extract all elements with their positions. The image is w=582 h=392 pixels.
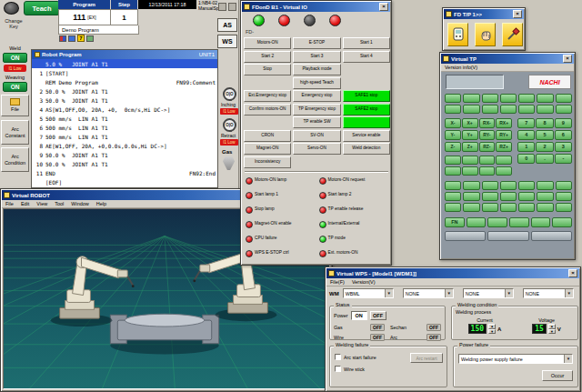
program-line[interactable]: 9 50.0 % JOINT A1 T1 [32,150,217,159]
weld-on-badge[interactable]: ON [3,53,27,63]
chevron-down-icon[interactable]: ▼ [385,289,393,297]
io-button[interactable]: Start 3 [293,51,340,63]
tp-key[interactable] [467,217,487,227]
program-line[interactable]: 5 500 mm/s LIN A1 T1 [32,114,217,123]
io-button[interactable]: SV-ON [293,130,340,142]
io-button[interactable]: high-speed Teach [293,77,340,89]
tp-key[interactable] [463,203,479,212]
tp-wide-key[interactable] [445,231,486,241]
as-indicator[interactable]: AS [217,18,237,32]
tp-key[interactable] [496,166,512,176]
gas-nozzle-icon[interactable] [223,156,235,170]
axis-jog-key[interactable]: RY+ [496,130,512,140]
menu-item[interactable]: Tool [55,201,64,206]
power-on-toggle[interactable]: ON [351,311,367,320]
io-button[interactable]: Playback mode [293,64,340,75]
tp-key[interactable] [518,192,535,201]
tp-wide-key[interactable] [487,231,528,241]
menu-item[interactable]: View [36,201,47,206]
io-button[interactable]: TP enable SW [293,116,340,128]
teach-mode-button[interactable]: Teach [24,1,60,15]
menu-version-info[interactable]: Version info(V) [445,65,477,70]
close-icon[interactable]: × [568,269,577,277]
down-arrow-icon[interactable]: ▼ [548,329,556,335]
close-icon[interactable]: × [379,3,388,11]
arc-constant-button[interactable]: Arc Constant [1,120,29,145]
program-line[interactable]: REM Demo Program FN99:Comment [32,77,217,86]
numeric-key[interactable]: 1 [517,142,535,152]
tp-key[interactable] [556,181,572,190]
numeric-key[interactable]: 4 [517,130,535,140]
axis-jog-key[interactable]: RZ- [479,142,496,152]
menu-item[interactable]: Help [96,201,106,206]
checkbox[interactable] [335,366,341,372]
numeric-key[interactable]: 6 [555,130,572,140]
io-titlebar[interactable]: FDonD B1 - Virtual IO × [242,2,390,12]
tp-key[interactable] [482,94,498,103]
program-line[interactable]: 7 500 mm/s LIN A1 T1 [32,132,217,141]
vtp-titlebar[interactable]: Virtual TP × [441,54,574,64]
tp-key[interactable] [556,203,572,212]
tp-key[interactable] [482,203,498,212]
io-button[interactable]: Inconsistency [244,156,291,168]
inching-icon[interactable]: O|O [223,87,236,101]
close-icon[interactable]: × [513,10,522,18]
tp-key[interactable] [531,217,551,227]
numeric-key[interactable]: 0 [517,154,535,164]
numeric-key[interactable]: 7 [517,118,535,128]
tp-key[interactable] [509,217,529,227]
arc-condition-button[interactable]: Arc Condition [1,147,29,172]
tp-key[interactable] [445,192,461,201]
io-button[interactable]: Ext.Emergency stop [244,90,291,102]
program-line[interactable]: 5.0 % JOINT A1 T1 [32,59,217,68]
tp-key[interactable] [445,94,461,103]
program-line[interactable]: 1 [START] [32,68,217,77]
tp-key[interactable] [500,203,517,212]
tp-key[interactable] [487,217,507,227]
axis-jog-key[interactable]: Z- [445,142,461,152]
retract-icon[interactable]: O|O [223,118,236,132]
tp-key[interactable] [518,203,535,212]
checkbox[interactable] [335,354,341,360]
numeric-key[interactable]: 8 [536,118,553,128]
tp-key[interactable] [482,192,498,201]
close-icon[interactable]: × [563,55,572,63]
menu-item[interactable]: Window [71,201,89,206]
tp-key[interactable] [463,192,479,201]
menu-item[interactable]: File [5,201,14,206]
io-button[interactable] [343,116,390,128]
tp-key[interactable] [537,94,553,103]
wps-titlebar[interactable]: Virtual WPS - [Model1 [WDM1]] × [326,268,579,278]
robot-program-titlebar[interactable]: Robot Program UNIT1 [32,50,217,59]
tp-key[interactable] [500,105,517,114]
program-line[interactable]: 10 50.0 % JOINT A1 T1 [32,159,217,168]
tp-key[interactable] [518,94,535,103]
tp-key[interactable] [445,181,461,190]
axis-jog-key[interactable]: Y- [445,130,461,140]
tp-key[interactable] [556,94,572,103]
io-button[interactable]: Servo-ON [293,143,340,155]
axis-jog-key[interactable]: X+ [462,118,478,128]
voltage-stepper[interactable]: ▲▼ [548,324,556,334]
file-button[interactable]: File [1,95,29,116]
tp-key[interactable] [518,181,535,190]
hand-icon-button[interactable] [475,23,496,46]
io-button[interactable]: Magnet-ON [244,143,291,155]
tp-key[interactable] [552,217,572,227]
tp-key[interactable] [518,105,535,114]
occur-button[interactable]: Occur [542,370,573,381]
pendant-icon-button[interactable] [447,23,468,46]
failure-check-row[interactable]: Arc start failure [335,354,376,360]
tp-key[interactable] [496,156,512,165]
numeric-key[interactable]: . [536,154,553,164]
tp-key[interactable] [479,156,496,165]
io-button[interactable]: Stop [244,64,291,75]
program-line[interactable]: 6 500 mm/s LIN A1 T1 [32,123,217,132]
io-button[interactable]: E-STOP [293,37,340,49]
tp-key[interactable] [500,181,517,190]
tool-icon-button[interactable] [502,23,523,46]
mode-select-knob-icon[interactable] [4,2,19,15]
ws-indicator[interactable]: WS [217,35,237,48]
io-button[interactable]: Emergency stop [293,90,340,102]
power-off-toggle[interactable]: OFF [370,311,386,320]
